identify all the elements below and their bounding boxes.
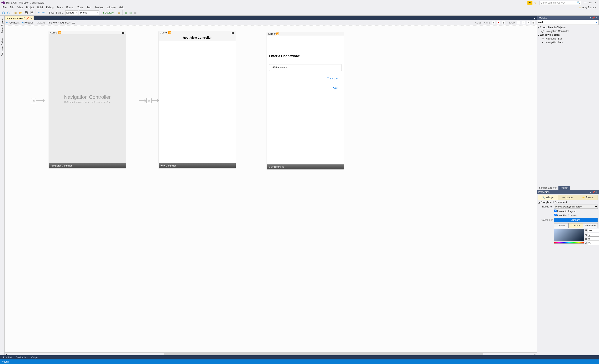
open-file-icon[interactable]: 📂 xyxy=(18,10,23,15)
scene-root-view-controller[interactable]: Carrier 📶 ▮▮ Root View Controller View C… xyxy=(159,31,236,168)
constraints-btn-3[interactable]: ▦ xyxy=(502,21,505,24)
menu-debug[interactable]: Debug xyxy=(44,6,55,9)
feedback-smiley-icon[interactable]: ☺ xyxy=(533,1,538,5)
prop-section-storyboard[interactable]: ◢Storyboard Document xyxy=(538,201,598,204)
root-segue[interactable]: ▣ xyxy=(139,98,159,103)
server-explorer-tab[interactable]: Server Explorer xyxy=(1,17,4,35)
zoom-out-icon[interactable]: − xyxy=(522,21,525,24)
global-tint-swatch[interactable]: #ff0086ff xyxy=(554,218,598,222)
device-selector[interactable]: iPhone 6 xyxy=(47,21,59,24)
panel-menu-icon[interactable]: ▾ xyxy=(589,191,592,193)
scene-navigation-controller[interactable]: Carrier 📶 ▮▮ Navigation Controller Ctrl+… xyxy=(49,31,126,168)
zoom-in-icon[interactable]: + xyxy=(527,21,530,24)
save-all-icon[interactable]: 💾 xyxy=(29,10,34,15)
toolbox-item-navigation-controller[interactable]: ◯Navigation Controller xyxy=(537,29,599,33)
menu-project[interactable]: Project xyxy=(25,6,35,9)
pw-call-button[interactable]: Call xyxy=(269,86,342,89)
tab-output[interactable]: Output xyxy=(30,356,40,359)
close-tab-icon[interactable]: ✕ xyxy=(30,17,32,20)
nav-fwd-button[interactable]: ◯ xyxy=(7,10,11,15)
toolbox-group-windows[interactable]: ◢Windows & Bars xyxy=(537,33,599,37)
batch-build-button[interactable]: Batch Build... xyxy=(48,10,64,15)
doc-tab-storyboard[interactable]: Main.storyboard* 📌 ✕ xyxy=(5,16,34,20)
toolbar-icon-2[interactable]: ▥ xyxy=(124,10,128,15)
toolbox-group-controllers[interactable]: ◢Controllers & Objects xyxy=(537,26,599,29)
pw-textfield[interactable]: 1-855-Xamarin xyxy=(269,64,342,71)
panel-pin-icon[interactable]: 📌 xyxy=(592,16,595,19)
menu-test[interactable]: Test xyxy=(85,6,93,9)
document-outline-tab[interactable]: Document Outline xyxy=(1,37,4,58)
toolbox-search[interactable]: ✕ xyxy=(537,20,599,25)
menu-team[interactable]: Team xyxy=(55,6,64,9)
menu-format[interactable]: Format xyxy=(65,6,76,9)
r-input[interactable] xyxy=(588,229,599,232)
menu-tools[interactable]: Tools xyxy=(76,6,85,9)
constraints-btn-2[interactable]: ✖ xyxy=(497,21,500,24)
menu-window[interactable]: Window xyxy=(105,6,117,9)
orientation-icon[interactable]: ▬ xyxy=(72,21,75,24)
w-size-class[interactable]: Compact xyxy=(9,21,19,24)
menu-build[interactable]: Build xyxy=(35,6,44,9)
toolbar-icon-1[interactable]: ▤ xyxy=(117,10,121,15)
scroll-left-icon[interactable]: ◂ xyxy=(5,353,8,355)
menu-edit[interactable]: Edit xyxy=(8,6,16,9)
panel-close-icon[interactable]: ✕ xyxy=(595,191,598,193)
builds-for-select[interactable]: Project Deployment Target xyxy=(554,205,598,209)
minimize-button[interactable]: — xyxy=(583,1,588,5)
entry-segue[interactable]: ▣ xyxy=(31,98,44,103)
toolbox-item-navigation-item[interactable]: ◂Navigation Item xyxy=(537,41,599,44)
constraints-btn-1[interactable]: ⊕ xyxy=(492,21,495,24)
menu-file[interactable]: File xyxy=(1,6,8,9)
nav-back-button[interactable]: ◯ xyxy=(1,10,6,15)
config-combo[interactable]: Debug xyxy=(65,10,78,15)
redo-icon[interactable]: ↷ xyxy=(42,10,45,15)
prop-tab-events[interactable]: ⚡Events xyxy=(578,195,598,200)
user-menu[interactable]: ⚠ Amy Burns ▾ xyxy=(579,6,598,9)
save-icon[interactable]: 💾 xyxy=(24,10,29,15)
tab-toolbox[interactable]: Toolbox xyxy=(558,186,570,190)
g-input[interactable] xyxy=(588,233,599,237)
zoom-actual-icon[interactable]: ▦ xyxy=(532,21,535,24)
properties-header[interactable]: Properties ▾ 📌 ✕ xyxy=(537,190,599,194)
toolbar-icon-3[interactable]: ▥ xyxy=(129,10,132,15)
b-input[interactable] xyxy=(588,237,599,241)
undo-icon[interactable]: ↶ xyxy=(37,10,41,15)
close-button[interactable]: ✕ xyxy=(593,1,598,5)
size-classes-checkbox[interactable]: Use Size Classes xyxy=(554,214,577,217)
pin-icon[interactable]: 📌 xyxy=(26,17,29,20)
root-scene-label[interactable]: View Controller xyxy=(159,163,236,168)
toolbox-header[interactable]: Toolbox ▾ 📌 ✕ xyxy=(537,16,599,20)
tab-breakpoints[interactable]: Breakpoints xyxy=(14,356,29,359)
pw-label[interactable]: Enter a Phoneword: xyxy=(269,54,342,58)
prop-tab-layout[interactable]: —Layout xyxy=(558,195,578,200)
toolbox-search-input[interactable] xyxy=(538,21,595,24)
scroll-right-icon[interactable]: ▸ xyxy=(534,353,537,355)
quick-launch-input[interactable]: Quick Launch (Ctrl+Q) 🔍 xyxy=(539,1,581,5)
doc-tab-overflow-icon[interactable]: ▾ xyxy=(533,17,537,20)
auto-layout-checkbox[interactable]: Use Auto Layout xyxy=(554,210,575,213)
panel-pin-icon[interactable]: 📌 xyxy=(592,191,595,193)
prop-tab-widget[interactable]: 🔧Widget xyxy=(538,195,558,200)
tab-solution-explorer[interactable]: Solution Explorer xyxy=(537,186,558,190)
toolbar-icon-4[interactable]: ▥ xyxy=(133,10,137,15)
tab-error-list[interactable]: Error List xyxy=(1,356,14,359)
hue-slider[interactable] xyxy=(554,242,584,244)
panel-menu-icon[interactable]: ▾ xyxy=(589,16,592,19)
scroll-thumb[interactable] xyxy=(164,353,483,355)
menu-view[interactable]: View xyxy=(16,6,25,9)
new-project-icon[interactable]: ▦ xyxy=(14,10,18,15)
menu-analyze[interactable]: Analyze xyxy=(93,6,105,9)
maximize-button[interactable]: ▭ xyxy=(588,1,593,5)
panel-close-icon[interactable]: ✕ xyxy=(595,16,598,19)
tint-custom-button[interactable]: Custom xyxy=(568,223,583,228)
color-gradient-picker[interactable] xyxy=(554,229,584,241)
storyboard-canvas[interactable]: ▣ Carrier 📶 ▮▮ Navigation Controller Ctr… xyxy=(6,27,535,352)
notifications-flag-icon[interactable] xyxy=(528,1,532,5)
clear-search-icon[interactable]: ✕ xyxy=(595,21,598,24)
ios-selector[interactable]: iOS 9.2 xyxy=(60,21,70,24)
pw-translate-button[interactable]: Translate xyxy=(269,77,342,80)
start-debug-button[interactable]: ▶ Device ▾ xyxy=(102,10,115,15)
nav-scene-label[interactable]: Navigation Controller xyxy=(49,163,126,168)
a-input[interactable] xyxy=(588,241,599,245)
toolbox-item-navigation-bar[interactable]: ▭Navigation Bar xyxy=(537,37,599,41)
